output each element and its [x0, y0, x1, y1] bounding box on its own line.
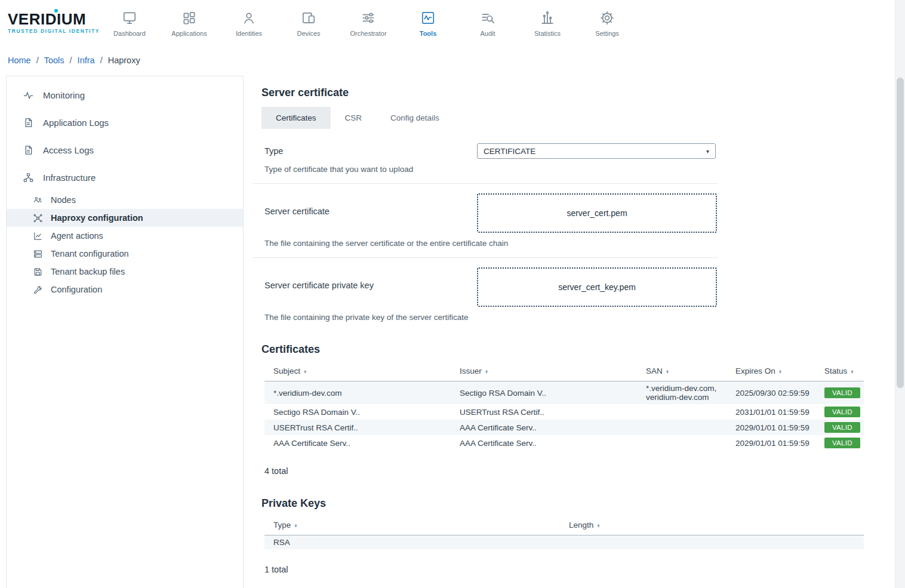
column-header-type[interactable]: Type▲▼ [264, 517, 560, 535]
sort-icon: ▲▼ [596, 524, 600, 528]
cell-status: VALID [815, 435, 864, 451]
private-key-row: Server certificate private key server_ce… [253, 267, 905, 307]
uploaded-file-name: server_cert.pem [567, 208, 627, 218]
wrench-icon [33, 285, 43, 295]
cell-issuer: USERTrust RSA Certif.. [451, 404, 637, 420]
tab-csr[interactable]: CSR [331, 107, 377, 129]
brand-tagline: TRUSTED DIGITAL IDENTITY [8, 28, 100, 34]
private-key-dropzone[interactable]: server_cert_key.pem [477, 267, 717, 307]
sidebar-item-label: Monitoring [43, 90, 85, 100]
vertical-scrollbar[interactable] [895, 0, 905, 588]
type-label: Type [264, 143, 477, 156]
veridium-logo[interactable]: VERIDIUM TRUSTED DIGITAL IDENTITY [0, 11, 100, 34]
nav-item-audit[interactable]: Audit [458, 8, 518, 37]
private-keys-section-title: Private Keys [261, 497, 905, 510]
column-label: Length [569, 521, 593, 529]
nav-label: Audit [480, 30, 495, 37]
sidebar-item-haproxy-configuration[interactable]: Haproxy configuration [7, 209, 243, 227]
cell-issuer: Sectigo RSA Domain V.. [451, 381, 637, 405]
tools-icon [420, 10, 436, 26]
cell-san [637, 435, 727, 451]
settings-gear-icon [599, 10, 615, 26]
sidebar-item-tenant-configuration[interactable]: Tenant configuration [7, 245, 243, 263]
nav-item-orchestrator[interactable]: Orchestrator [338, 8, 398, 37]
cell-expires-on: 2031/01/01 01:59:59 [727, 404, 815, 420]
server-certificate-help-text: The file containing the server certifica… [264, 239, 905, 248]
nav-label: Settings [595, 30, 619, 37]
server-certificate-dropzone[interactable]: server_cert.pem [477, 193, 717, 233]
certificates-total: 4 total [264, 466, 905, 476]
sidebar: Monitoring Application Logs Access Logs … [6, 76, 244, 588]
top-bar: VERIDIUM TRUSTED DIGITAL IDENTITY Dashbo… [0, 0, 905, 45]
column-header-subject[interactable]: Subject▲▼ [264, 363, 451, 381]
status-badge: VALID [824, 407, 860, 417]
column-label: Expires On [735, 367, 775, 375]
main-panel: Server certificate Certificates CSR Conf… [244, 76, 905, 588]
pulse-icon [23, 90, 34, 101]
column-header-issuer[interactable]: Issuer▲▼ [451, 363, 637, 381]
certificate-type-select[interactable]: CERTIFICATE ▾ [477, 143, 716, 159]
nav-item-dashboard[interactable]: Dashboard [100, 8, 159, 37]
sidebar-item-application-logs[interactable]: Application Logs [7, 109, 243, 136]
nav-label: Tools [420, 30, 437, 37]
sidebar-item-configuration[interactable]: Configuration [7, 281, 243, 298]
audit-icon [480, 10, 495, 26]
save-icon [33, 267, 43, 277]
breadcrumb-infra[interactable]: Infra [78, 56, 95, 65]
sidebar-item-access-logs[interactable]: Access Logs [7, 136, 243, 164]
sidebar-item-agent-actions[interactable]: Agent actions [7, 227, 243, 245]
column-label: SAN [646, 367, 663, 375]
nav-item-settings[interactable]: Settings [577, 8, 637, 37]
sort-icon: ▲▼ [778, 370, 782, 374]
tab-bar: Certificates CSR Config details [261, 107, 905, 129]
nav-label: Dashboard [113, 30, 146, 37]
column-label: Type [273, 521, 291, 529]
orchestrator-icon [361, 10, 376, 26]
sidebar-item-label: Haproxy configuration [51, 213, 143, 223]
nav-label: Orchestrator [350, 30, 386, 37]
nav-item-devices[interactable]: Devices [279, 8, 338, 37]
sidebar-item-infrastructure[interactable]: Infrastructure [7, 164, 243, 191]
caret-down-icon: ▾ [706, 148, 709, 155]
private-key-label: Server certificate private key [264, 267, 477, 290]
column-label: Issuer [460, 367, 482, 375]
column-header-expires-on[interactable]: Expires On▲▼ [727, 363, 815, 381]
cell-subject: USERTrust RSA Certif.. [264, 420, 451, 435]
main-navigation: Dashboard Applications Identities Device… [100, 8, 637, 37]
nav-item-applications[interactable]: Applications [159, 8, 219, 37]
sidebar-item-monitoring[interactable]: Monitoring [7, 81, 243, 109]
nav-label: Statistics [534, 30, 561, 37]
nav-item-statistics[interactable]: Statistics [518, 8, 577, 37]
statistics-icon [540, 10, 555, 26]
cell-issuer: AAA Certificate Serv.. [451, 420, 637, 435]
sidebar-item-tenant-backup-files[interactable]: Tenant backup files [7, 263, 243, 281]
private-keys-header-row: Type▲▼ Length▲▼ [264, 517, 864, 535]
nav-label: Identities [236, 30, 262, 37]
sort-icon: ▲▼ [303, 370, 307, 374]
breadcrumb-home[interactable]: Home [8, 56, 31, 65]
divider [253, 257, 718, 258]
column-header-san[interactable]: SAN▲▼ [637, 363, 727, 381]
sidebar-item-label: Application Logs [43, 118, 109, 128]
type-help-text: Type of certificate that you want to upl… [264, 165, 905, 174]
applications-icon [181, 10, 197, 26]
scrollbar-thumb[interactable] [897, 78, 904, 388]
column-header-length[interactable]: Length▲▼ [560, 517, 864, 535]
sidebar-item-label: Agent actions [51, 231, 103, 241]
cell-subject: Sectigo RSA Domain V.. [264, 404, 451, 420]
nav-item-identities[interactable]: Identities [219, 8, 279, 37]
breadcrumb: Home / Tools / Infra / Haproxy [0, 45, 905, 76]
hierarchy-icon [23, 172, 34, 183]
users-icon [33, 195, 43, 205]
column-label: Status [824, 367, 847, 375]
breadcrumb-tools[interactable]: Tools [44, 56, 64, 65]
nav-item-tools[interactable]: Tools [398, 8, 458, 37]
sort-icon: ▲▼ [666, 370, 669, 374]
sidebar-item-nodes[interactable]: Nodes [7, 191, 243, 209]
tab-certificates[interactable]: Certificates [261, 107, 331, 129]
server-certificate-row: Server certificate server_cert.pem [253, 193, 905, 233]
column-header-status[interactable]: Status▲▼ [815, 363, 864, 381]
network-icon [33, 213, 43, 223]
cell-subject: *.veridium-dev.com [264, 381, 451, 405]
tab-config-details[interactable]: Config details [376, 107, 454, 129]
